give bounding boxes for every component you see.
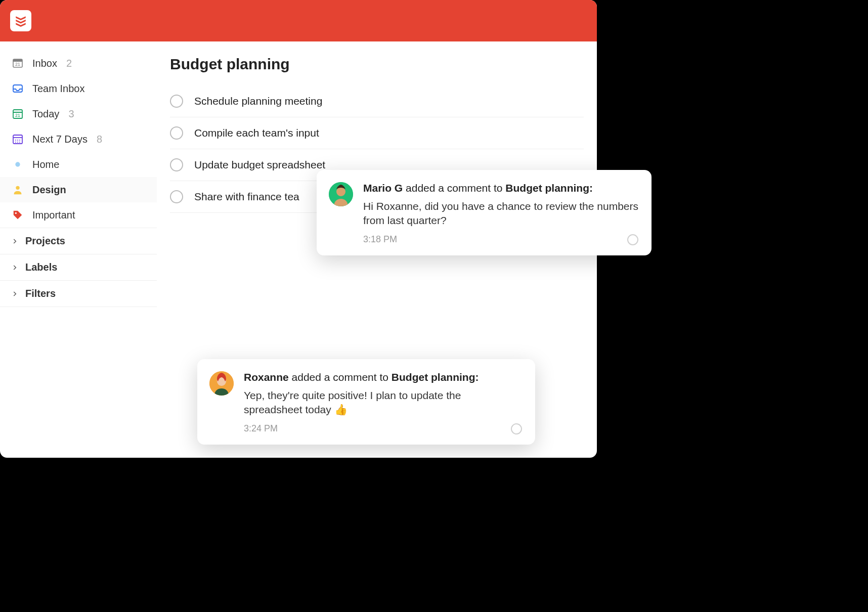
calendar-week-icon — [11, 133, 24, 146]
sidebar-item-count: 3 — [68, 108, 74, 120]
sidebar-item-label: Team Inbox — [32, 83, 84, 95]
avatar — [209, 371, 234, 396]
sidebar-item-design[interactable]: Design — [0, 177, 157, 202]
sidebar-group-label: Labels — [25, 261, 57, 273]
sidebar-item-next7days[interactable]: Next 7 Days 8 — [0, 126, 157, 152]
task-title: Update budget spreadsheet — [194, 159, 325, 171]
sidebar-item-label: Important — [32, 209, 75, 221]
team-inbox-icon — [11, 82, 24, 95]
notification-headline: Roxanne added a comment to Budget planni… — [244, 371, 522, 383]
svg-point-10 — [17, 140, 18, 141]
page-title: Budget planning — [170, 56, 584, 73]
app-logo-icon — [10, 10, 31, 31]
notification-time: 3:18 PM — [363, 234, 397, 245]
notification-target: Budget planning: — [392, 371, 479, 383]
svg-point-19 — [336, 187, 345, 196]
sidebar-item-label: Design — [32, 184, 66, 196]
notification-author: Mario G — [363, 182, 403, 194]
sidebar-item-inbox[interactable]: 21 Inbox 2 — [0, 51, 157, 76]
sidebar-item-count: 8 — [97, 134, 102, 145]
chevron-right-icon — [11, 238, 18, 245]
svg-point-15 — [15, 162, 20, 166]
notification-card[interactable]: Roxanne added a comment to Budget planni… — [197, 359, 535, 445]
svg-point-14 — [19, 142, 20, 143]
task-title: Share with finance tea — [194, 191, 299, 203]
svg-point-16 — [16, 186, 19, 190]
task-title: Schedule planning meeting — [194, 95, 322, 107]
svg-text:21: 21 — [15, 113, 20, 118]
sidebar: 21 Inbox 2 Team Inbox 21 Today 3 — [0, 41, 157, 458]
sidebar-group-label: Projects — [25, 235, 65, 247]
notification-content: Mario G added a comment to Budget planni… — [363, 182, 638, 245]
person-icon — [11, 183, 24, 196]
notification-headline: Mario G added a comment to Budget planni… — [363, 182, 638, 194]
notification-card[interactable]: Mario G added a comment to Budget planni… — [317, 170, 652, 255]
chevron-right-icon — [11, 290, 18, 297]
sidebar-item-important[interactable]: Important — [0, 202, 157, 228]
titlebar — [0, 0, 597, 41]
task-checkbox[interactable] — [170, 190, 183, 203]
sidebar-group-filters[interactable]: Filters — [0, 280, 157, 307]
task-title: Compile each team's input — [194, 127, 319, 139]
svg-point-17 — [15, 212, 17, 214]
avatar — [329, 182, 353, 206]
sidebar-item-home[interactable]: Home — [0, 152, 157, 177]
dismiss-circle-icon[interactable] — [511, 423, 522, 434]
svg-point-11 — [19, 140, 20, 141]
sidebar-item-label: Home — [32, 159, 59, 170]
notification-content: Roxanne added a comment to Budget planni… — [244, 371, 522, 434]
svg-point-13 — [17, 142, 18, 143]
svg-point-12 — [15, 142, 16, 143]
sidebar-item-label: Inbox — [32, 58, 57, 69]
notification-action: added a comment to — [403, 182, 505, 194]
svg-point-9 — [15, 140, 16, 141]
notification-action: added a comment to — [289, 371, 392, 383]
sidebar-item-label: Next 7 Days — [32, 134, 88, 145]
sidebar-group-label: Filters — [25, 288, 56, 299]
sidebar-item-count: 2 — [66, 58, 72, 69]
task-row[interactable]: Compile each team's input — [170, 117, 584, 149]
dot-icon — [11, 158, 24, 171]
task-checkbox[interactable] — [170, 158, 183, 171]
chevron-right-icon — [11, 264, 18, 271]
notification-author: Roxanne — [244, 371, 289, 383]
notification-target: Budget planning: — [505, 182, 593, 194]
sidebar-item-label: Today — [32, 108, 59, 120]
task-checkbox[interactable] — [170, 95, 183, 108]
task-checkbox[interactable] — [170, 126, 183, 140]
notification-body: Yep, they're quite positive! I plan to u… — [244, 388, 522, 417]
today-icon: 21 — [11, 107, 24, 120]
sidebar-group-projects[interactable]: Projects — [0, 228, 157, 254]
task-row[interactable]: Schedule planning meeting — [170, 85, 584, 117]
notification-body: Hi Roxanne, did you have a chance to rev… — [363, 199, 638, 228]
inbox-icon: 21 — [11, 57, 24, 70]
sidebar-item-team-inbox[interactable]: Team Inbox — [0, 76, 157, 101]
sidebar-group-labels[interactable]: Labels — [0, 254, 157, 280]
notification-time: 3:24 PM — [244, 423, 278, 434]
tag-icon — [11, 208, 24, 222]
svg-text:21: 21 — [15, 62, 20, 67]
dismiss-circle-icon[interactable] — [627, 234, 638, 245]
sidebar-item-today[interactable]: 21 Today 3 — [0, 101, 157, 126]
